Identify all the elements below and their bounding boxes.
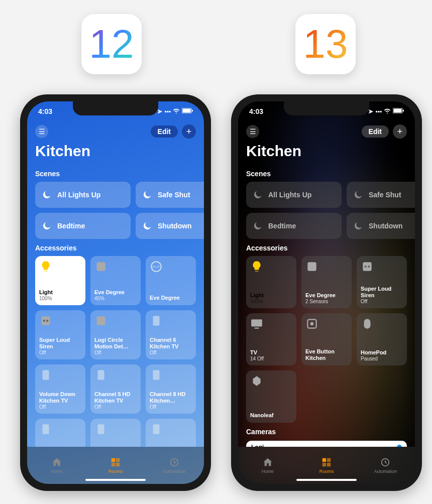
accessory-name: Channel 5 HD Kitchen TV <box>94 391 137 404</box>
tab-rooms[interactable]: Rooms <box>86 447 145 484</box>
tab-label: Rooms <box>319 469 334 474</box>
status-time: 4:03 <box>38 107 52 115</box>
accessory-name: HomePod <box>361 349 403 356</box>
location-icon: ➤ <box>157 108 162 115</box>
display-icon <box>250 317 263 330</box>
tab-rooms[interactable]: Rooms <box>297 447 356 484</box>
accessory-tile[interactable]: HomePodPaused <box>357 313 407 365</box>
sensor-icon <box>305 260 318 273</box>
camera-tile[interactable]: Logi <box>246 441 407 447</box>
sensor-icon <box>94 314 107 327</box>
section-accessories: Accessories <box>246 244 407 252</box>
section-accessories: Accessories <box>35 244 196 252</box>
accessory-name: Super Loud Siren <box>361 286 403 299</box>
accessory-tile[interactable]: 29.5°Eve Degree <box>146 256 196 305</box>
tv-icon <box>39 368 52 382</box>
tv-icon <box>94 423 107 436</box>
svg-rect-23 <box>394 109 402 113</box>
status-time: 4:03 <box>249 107 263 115</box>
svg-rect-29 <box>251 319 262 326</box>
accessory-status: 100% <box>39 296 81 301</box>
accessory-tile[interactable]: Eve Degree2 Sensors <box>301 256 352 308</box>
moon-icon <box>353 220 364 231</box>
svg-rect-14 <box>43 424 49 434</box>
accessory-tile[interactable]: Light100% <box>246 256 296 308</box>
ios-version-badge-13: 13 <box>295 14 356 74</box>
section-scenes: Scenes <box>246 170 407 178</box>
temp-icon: 29.5° <box>150 260 163 273</box>
tv-icon <box>150 314 163 327</box>
scene-tile[interactable]: Shutdown <box>136 213 204 239</box>
svg-rect-3 <box>96 262 105 271</box>
scene-label: All Lights Up <box>57 191 100 199</box>
edit-button[interactable]: Edit <box>151 125 178 138</box>
ios-version-badge-12: 12 <box>81 14 142 74</box>
svg-rect-25 <box>307 262 316 271</box>
section-cameras: Cameras <box>246 428 407 436</box>
accessory-status: Off <box>150 404 192 410</box>
rooms-list-icon[interactable]: ☰ <box>246 125 259 138</box>
accessory-tile[interactable]: Light100% <box>35 256 85 305</box>
scene-tile[interactable]: Bedtime <box>35 213 131 239</box>
clock-icon <box>168 457 180 468</box>
tab-automation[interactable]: Automation <box>356 447 415 484</box>
battery-icon <box>393 108 404 115</box>
accessory-tile[interactable]: Channel 5 <box>35 419 85 447</box>
accessory-tile[interactable]: Mute Kitchen <box>146 419 196 447</box>
version-number: 12 <box>89 21 134 67</box>
accessory-name: Eve Degree <box>94 289 137 296</box>
home-indicator[interactable] <box>296 479 357 481</box>
accessory-status: Off <box>94 350 137 355</box>
tab-home[interactable]: Home <box>238 447 297 484</box>
accessory-status: 100% <box>250 299 292 304</box>
accessory-name: Light <box>39 289 81 296</box>
accessory-status: 2 Sensors <box>305 299 348 304</box>
svg-rect-1 <box>183 109 191 113</box>
tab-label: Home <box>262 469 274 474</box>
scene-tile[interactable]: Bedtime <box>246 213 342 239</box>
scene-label: Shutdown <box>158 222 192 230</box>
phone-ios13: 4:03 ➤ ▪▪▪ ☰ Edit + Kitchen <box>231 94 422 491</box>
home-indicator[interactable] <box>85 479 146 481</box>
tab-automation[interactable]: Automation <box>145 447 204 484</box>
clock-icon <box>379 457 391 468</box>
moon-icon <box>252 220 263 231</box>
accessory-tile[interactable]: Logi Circle Motion Det…Off <box>90 310 141 359</box>
svg-point-27 <box>365 266 367 268</box>
accessory-tile[interactable]: Nanoleaf <box>246 370 296 423</box>
accessory-tile[interactable]: TV14 Off <box>246 313 296 365</box>
svg-rect-24 <box>403 110 404 112</box>
svg-rect-20 <box>116 463 120 466</box>
scene-tile[interactable]: Safe Shut <box>347 182 415 208</box>
svg-rect-17 <box>112 458 115 462</box>
accessory-tile[interactable]: Channel 5 HD Kitchen TVOff <box>90 364 141 414</box>
page-title: Kitchen <box>246 143 407 160</box>
notch <box>73 101 158 115</box>
accessory-tile[interactable]: Channel 8 HD Kitchen…Off <box>146 364 196 414</box>
accessory-tile[interactable]: Super Loud SirenOff <box>35 310 85 359</box>
tab-home[interactable]: Home <box>27 447 86 484</box>
svg-rect-35 <box>322 458 326 462</box>
scene-label: Bedtime <box>268 222 296 230</box>
add-button[interactable]: + <box>182 124 196 139</box>
accessory-tile[interactable]: Channel 6 Kitchen TVOff <box>146 310 196 359</box>
scene-tile[interactable]: Shutdown <box>347 213 415 239</box>
accessory-tile[interactable]: Super Loud SirenOff <box>357 256 407 308</box>
svg-point-8 <box>46 320 48 322</box>
scene-tile[interactable]: All Lights Up <box>246 182 342 208</box>
moon-icon <box>252 189 263 200</box>
add-button[interactable]: + <box>393 124 407 139</box>
accessory-tile[interactable]: Eve Button Kitchen <box>301 313 352 365</box>
edit-button[interactable]: Edit <box>362 125 389 138</box>
moon-icon <box>41 220 52 231</box>
svg-rect-12 <box>98 370 104 380</box>
accessory-tile[interactable]: Channel 6 <box>90 419 141 447</box>
accessory-tile[interactable]: Eve Degree45% <box>90 256 141 305</box>
scene-tile[interactable]: All Lights Up <box>35 182 131 208</box>
accessory-tile[interactable]: Volume Down Kitchen TVOff <box>35 364 85 414</box>
scene-tile[interactable]: Safe Shut <box>136 182 204 208</box>
accessory-name: Volume Down Kitchen TV <box>39 391 81 404</box>
homepod-icon <box>361 317 374 330</box>
rooms-list-icon[interactable]: ☰ <box>35 125 48 138</box>
tab-bar: HomeRoomsAutomation <box>238 447 415 484</box>
